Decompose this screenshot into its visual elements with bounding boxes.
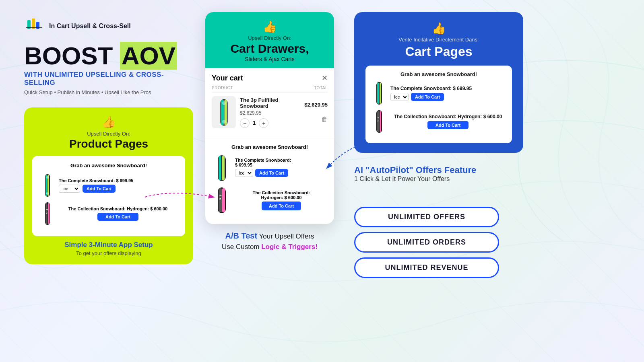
left-section: In Cart Upsell & Cross-Sell BOOST AOV WI…	[24, 12, 185, 264]
logo-area: In Cart Upsell & Cross-Sell	[24, 16, 185, 36]
svg-text:W: W	[378, 117, 379, 119]
qty-plus-btn[interactable]: +	[259, 118, 268, 128]
svg-text:W: W	[46, 208, 48, 211]
product-offer-name-2: The Collection Snowboard: Hydrogen: $ 60…	[59, 206, 177, 211]
cart-pages-details-1: The Complete Snowboard: $ 699.95 Ice Add…	[390, 86, 506, 101]
unlimited-offers-badge: UNLIMITED OFFERS	[354, 207, 499, 227]
cart-add-btn-1[interactable]: Add To Cart	[255, 169, 288, 177]
cart-item-name: The 3p Fulfilled Snowboard	[240, 97, 300, 109]
product-offer-name-1: The Complete Snowboard: $ 699.95	[59, 178, 177, 183]
cart-pages-btn-2[interactable]: Add To Cart	[427, 121, 469, 129]
cart-add-btn-2[interactable]: Add To Cart	[262, 202, 301, 210]
cart-pages-btn-2-wrap: Add To Cart	[390, 121, 506, 129]
cart-pages-widget: Grab an awesome Snowboard! The Complete …	[365, 66, 512, 143]
svg-text:Z: Z	[219, 198, 221, 200]
cart-upsell-btn-2-wrap: Add To Cart	[235, 202, 328, 210]
cart-upsell-img-2: W Z	[212, 186, 232, 214]
svg-rect-20	[219, 156, 221, 180]
cart-ice-select-1[interactable]: Ice	[235, 169, 253, 177]
col-total: TOTAL	[314, 86, 328, 90]
cart-pages-header: 👍 Vente Incitative Directement Dans: Car…	[365, 22, 512, 59]
cart-thumb-icon: 👍	[213, 20, 326, 33]
cart-grab-awesome: Grab an awesome Snowboard!	[212, 144, 328, 150]
autopilot-title: AI "AutoPilot" Offers Feature	[354, 165, 620, 175]
cart-pages-btn-1[interactable]: Add To Cart	[411, 93, 444, 101]
cart-upsell-details-1: The Complete Snowboard:$ 699.95 Ice Add …	[235, 158, 328, 179]
cart-item-total: $2,629.95	[304, 102, 328, 108]
product-offer-img-1	[40, 173, 55, 197]
unlimited-badges: UNLIMITED OFFERS UNLIMITED ORDERS UNLIMI…	[354, 207, 620, 278]
cart-pages-row-1[interactable]: Ice Add To Cart	[390, 93, 506, 101]
your-cart-title: Your cart	[212, 74, 243, 82]
cart-upsell-name-1: The Complete Snowboard:$ 699.95	[235, 158, 328, 167]
cart-modal-teal-header: 👍 Upsell Directly On: Cart Drawers, Slid…	[205, 12, 334, 68]
cart-upsell-label: Upsell Directly On:	[213, 35, 326, 41]
product-offer-btn-2-wrap: Add To Cart	[59, 213, 177, 221]
cart-columns: PRODUCT TOTAL	[212, 86, 328, 93]
cart-upsell-name-2: The Collection Snowboard:Hydrogen: $ 600…	[235, 190, 328, 200]
svg-point-7	[46, 176, 49, 179]
cart-pages-title: Cart Pages	[365, 44, 512, 59]
boost-aov-title: BOOST AOV	[24, 43, 185, 68]
svg-rect-28	[377, 83, 379, 104]
cart-upsell-item-1: The Complete Snowboard:$ 699.95 Ice Add …	[212, 154, 328, 182]
svg-rect-21	[222, 156, 225, 180]
cart-pages-thumb: 👍	[365, 22, 512, 35]
product-widget-title: Grab an awesome Snowboard!	[40, 162, 177, 169]
product-pages-widget: Grab an awesome Snowboard! The Comp	[32, 156, 185, 236]
cart-modal: 👍 Upsell Directly On: Cart Drawers, Slid…	[205, 12, 334, 224]
product-offer-item-1: The Complete Snowboard: $ 699.95 Ice Blu…	[40, 173, 177, 197]
close-icon[interactable]: ✕	[322, 74, 328, 82]
cart-drawers-subtitle: Sliders & Ajax Carts	[213, 56, 326, 62]
cart-upsell-row-1[interactable]: Ice Add To Cart	[235, 169, 328, 177]
product-pages-title: Product Pages	[32, 138, 185, 150]
cart-item-row: The 3p Fulfilled Snowboard $2,629.95 − 1…	[212, 96, 328, 128]
ice-select-1[interactable]: Ice Blue Red	[59, 185, 80, 193]
add-to-cart-btn-2[interactable]: Add To Cart	[97, 213, 138, 221]
vente-label: Vente Incitative Directement Dans:	[365, 37, 512, 43]
cart-pages-grab-title: Grab an awesome Snowboard!	[372, 71, 506, 77]
svg-rect-24	[222, 188, 225, 212]
autopilot-section: AI "AutoPilot" Offers Feature 1 Click & …	[354, 165, 620, 191]
right-section: 👍 Vente Incitative Directement Dans: Car…	[354, 12, 620, 278]
logic-triggers: Logic & Triggers!	[261, 243, 318, 251]
your-cart-header: Your cart ✕	[212, 74, 328, 82]
cart-drawers-title: Cart Drawers,	[213, 42, 326, 55]
product-thumb-icon: 👍	[32, 115, 185, 129]
cart-item-img	[212, 96, 236, 128]
cart-pages-img-1	[372, 81, 386, 105]
svg-point-17	[222, 101, 225, 105]
svg-point-8	[46, 192, 49, 195]
product-offer-row-1[interactable]: Ice Blue Red Add To Cart	[59, 185, 177, 193]
qty-control: − 1 +	[240, 118, 300, 128]
cart-pages-name-1: The Complete Snowboard: $ 699.95	[390, 86, 506, 91]
cart-pages-details-2: The Collection Snowboard: Hydrogen: $ 60…	[390, 114, 506, 129]
cart-upsell-details-2: The Collection Snowboard:Hydrogen: $ 600…	[235, 190, 328, 210]
add-to-cart-btn-1[interactable]: Add To Cart	[83, 185, 116, 193]
product-offer-img-2: W Z	[40, 202, 55, 226]
cart-pages-select-1[interactable]: Ice	[390, 93, 409, 101]
cart-item-info: The 3p Fulfilled Snowboard $2,629.95 − 1…	[240, 97, 300, 128]
ab-test-section: A/B Test Your Upsell OffersUse Custom Lo…	[222, 230, 318, 252]
trash-icon[interactable]: 🗑	[321, 116, 328, 123]
cart-upsell-item-2: W Z The Collection Snowboard:Hydrogen: $…	[212, 186, 328, 214]
svg-text:W: W	[219, 194, 222, 197]
subtitle-quick: Quick Setup • Publish in Minutes • Upsel…	[24, 89, 185, 95]
qty-minus-btn[interactable]: −	[240, 118, 250, 128]
cart-pages-name-2: The Collection Snowboard: Hydrogen: $ 60…	[390, 114, 506, 119]
svg-text:Z: Z	[46, 212, 47, 214]
middle-section: 👍 Upsell Directly On: Cart Drawers, Slid…	[201, 12, 338, 252]
svg-point-18	[222, 119, 225, 123]
qty-value: 1	[253, 120, 256, 126]
svg-rect-23	[219, 188, 222, 212]
your-cart-section: Your cart ✕ PRODUCT TOTAL	[205, 68, 334, 138]
product-upsell-label: Upsell Directly On:	[32, 131, 185, 137]
svg-rect-11	[48, 203, 50, 224]
cart-pages-img-2: W Z	[372, 109, 386, 134]
cart-pages-item-2: W Z The Collection Snowboard: Hydrogen: …	[372, 109, 506, 134]
svg-rect-3	[36, 22, 39, 29]
to-get-label: To get your offers displaying	[32, 250, 185, 256]
product-offer-item-2: W Z The Collection Snowboard: Hydrogen: …	[40, 202, 177, 226]
product-offer-details-2: The Collection Snowboard: Hydrogen: $ 60…	[59, 206, 177, 221]
ab-test-bold: A/B Test	[225, 231, 257, 240]
